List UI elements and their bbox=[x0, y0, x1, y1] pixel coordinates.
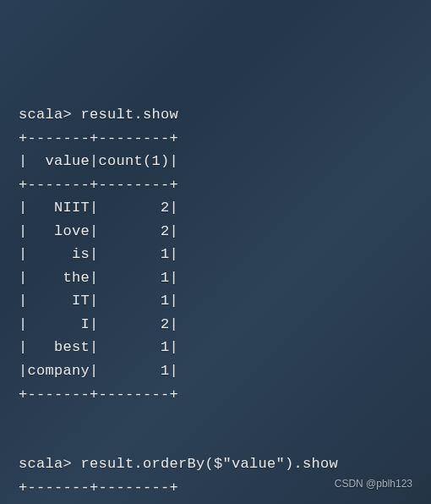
line-3: +-------+--------+ bbox=[19, 177, 178, 193]
line-5: | love| 2| bbox=[19, 223, 178, 239]
watermark: CSDN @pblh123 bbox=[335, 476, 412, 492]
line-4: | NIIT| 2| bbox=[19, 200, 178, 216]
line-1: +-------+--------+ bbox=[19, 130, 178, 146]
line-12: +-------+--------+ bbox=[19, 386, 178, 403]
line-0: scala> result.show bbox=[19, 107, 178, 123]
line-15: scala> result.orderBy($"value").show bbox=[19, 456, 338, 472]
line-7: | the| 1| bbox=[19, 270, 178, 286]
line-11: |company| 1| bbox=[19, 363, 178, 379]
line-10: | best| 1| bbox=[19, 339, 178, 355]
line-9: | I| 2| bbox=[19, 316, 178, 332]
line-2: | value|count(1)| bbox=[19, 153, 178, 169]
terminal-output: scala> result.show +-------+--------+ | … bbox=[19, 103, 412, 504]
line-6: | is| 1| bbox=[19, 246, 178, 262]
line-16: +-------+--------+ bbox=[19, 479, 178, 496]
line-8: | IT| 1| bbox=[19, 293, 178, 309]
